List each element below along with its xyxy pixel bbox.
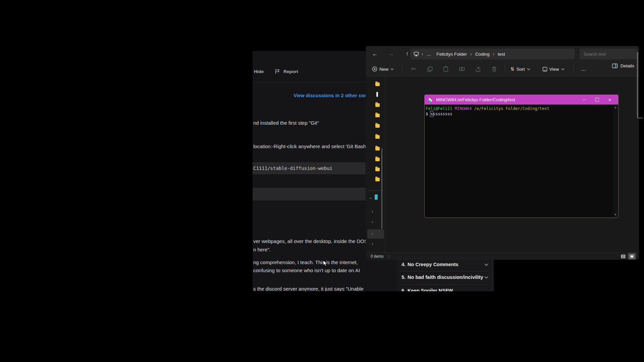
terminal-scrollbar[interactable]: ▲ ▼	[613, 105, 618, 217]
maximize-button[interactable]	[591, 95, 603, 105]
drive-icon[interactable]	[376, 92, 378, 97]
scroll-down-icon[interactable]: ▼	[614, 212, 617, 217]
tree-expand-icon[interactable]: ›	[372, 209, 373, 214]
post-action-row: Hide Report	[254, 69, 298, 74]
terminal-title: MINGW64:/e/Felicitys Folder/Coding/test	[436, 97, 515, 102]
paste-button[interactable]	[439, 63, 452, 75]
rule-number: 5.	[401, 275, 406, 280]
folder-icon[interactable]	[375, 82, 380, 86]
folder-icon[interactable]	[375, 147, 380, 150]
sidebar-divider	[369, 190, 381, 191]
details-pane-button[interactable]: Details	[612, 63, 634, 68]
prompt-path: /e/Felicitys Folder/Coding/test	[474, 106, 549, 111]
minimize-icon	[583, 100, 586, 100]
mouse-cursor	[323, 260, 329, 267]
toolbar-divider	[402, 65, 402, 73]
tree-item-highlighted[interactable]	[367, 229, 384, 239]
sidebar-separator	[385, 76, 385, 252]
edge-scrollbar-thumb[interactable]	[637, 52, 638, 118]
breadcrumb-test[interactable]: test	[495, 52, 508, 57]
new-button[interactable]: New	[369, 64, 397, 74]
rule-number: 4.	[401, 262, 406, 267]
tree-collapse-icon[interactable]: ⌄	[369, 195, 372, 200]
tree-expand-icon[interactable]: ›	[372, 241, 373, 246]
folder-icon[interactable]	[375, 168, 380, 171]
more-options-button[interactable]: …	[578, 64, 590, 74]
rule-item-4[interactable]: 4.No Creepy Comments	[401, 261, 489, 268]
view-label: View	[549, 67, 559, 72]
rule-number: 6.	[401, 288, 406, 291]
this-pc-tree-icon[interactable]	[375, 194, 378, 200]
rule-label: No bad faith discussion/incivility	[408, 275, 483, 280]
list-view-icon	[621, 254, 626, 258]
items-count: 0 items	[371, 254, 384, 259]
scroll-up-icon[interactable]: ▲	[614, 105, 617, 110]
folder-icon[interactable]	[375, 178, 380, 181]
explorer-toolbar: New ✂	[366, 62, 639, 76]
comment-text-teach-1: ng comprehension, I teach. This is the i…	[253, 259, 358, 265]
rule-label: Keep Spoiler NSFW	[408, 288, 453, 291]
folder-icon[interactable]	[375, 124, 380, 128]
sort-arrows-icon: ⇅	[511, 66, 515, 72]
share-button[interactable]	[471, 63, 485, 75]
thumbnail-view-toggle[interactable]	[628, 253, 636, 259]
search-input[interactable]	[580, 51, 631, 57]
address-bar[interactable]: › … Felicitys Folder › Coding › test	[410, 49, 575, 59]
rename-icon	[459, 66, 465, 72]
status-divider: |	[388, 254, 389, 259]
desktop: Hide Report View discussions in 2 other …	[0, 0, 644, 362]
chevron-down-icon	[390, 68, 394, 70]
share-icon	[475, 66, 481, 72]
tree-expand-icon[interactable]: ›	[372, 219, 373, 224]
thumbnail-view-icon	[630, 254, 634, 258]
details-label: Details	[621, 63, 634, 68]
chevron-down-icon	[484, 276, 489, 279]
view-button[interactable]: View	[539, 65, 568, 74]
new-label: New	[379, 67, 388, 72]
folder-icon[interactable]	[375, 114, 380, 117]
search-box[interactable]	[580, 49, 637, 59]
breadcrumb-chevron-icon: ›	[421, 51, 424, 57]
copy-button[interactable]	[423, 63, 436, 75]
report-button[interactable]: Report	[275, 69, 298, 74]
explorer-status-bar: 0 items |	[366, 252, 639, 260]
code-text: C1111/stable-diffusion-webui	[253, 166, 332, 171]
close-button[interactable]: ×	[603, 95, 616, 105]
breadcrumb-chevron-icon: ›	[492, 51, 495, 57]
rule-item-6[interactable]: 6.Keep Spoiler NSFW	[401, 287, 489, 291]
maximize-icon	[595, 98, 599, 102]
terminal-output[interactable]: Feli@Feli11 MINGW64 /e/Felicitys Folder/…	[426, 106, 613, 216]
minimize-button[interactable]	[578, 95, 591, 105]
folder-icon[interactable]	[375, 135, 380, 139]
breadcrumb-felicitys-folder[interactable]: Felicitys Folder	[434, 52, 470, 57]
details-view-toggle[interactable]	[620, 253, 627, 259]
tree-expand-icon[interactable]: ›	[372, 231, 373, 236]
terminal-title-bar[interactable]: MINGW64:/e/Felicitys Folder/Coding/test …	[425, 95, 618, 105]
divider	[399, 285, 489, 285]
delete-button[interactable]	[487, 63, 501, 75]
cut-button[interactable]: ✂	[407, 63, 420, 75]
forward-button[interactable]: →	[386, 49, 396, 59]
paste-icon	[443, 66, 448, 72]
hide-button[interactable]: Hide	[254, 69, 264, 74]
breadcrumb-coding[interactable]: Coding	[473, 52, 492, 57]
chevron-down-icon	[561, 68, 565, 70]
comment-text-dos-2: n here".	[253, 247, 271, 252]
terminal-cursor: s	[430, 111, 433, 117]
git-icon	[427, 97, 433, 103]
rule-item-5[interactable]: 5.No bad faith discussion/incivility	[401, 274, 489, 281]
edge-scrollbar-end	[638, 118, 643, 118]
comment-text-git: nd installed the first step "Git"	[253, 120, 319, 126]
sort-button[interactable]: ⇅ Sort	[507, 64, 534, 74]
chevron-down-icon	[527, 68, 530, 70]
rename-button[interactable]	[455, 63, 469, 75]
folder-icon[interactable]	[375, 158, 380, 161]
subreddit-rules-panel: 4.No Creepy Comments 5.No bad faith disc…	[397, 258, 492, 291]
view-icon	[542, 67, 547, 72]
comment-text-location: location:-Right-click anywhere and selec…	[253, 143, 366, 149]
folder-icon[interactable]	[375, 103, 380, 107]
prompt-symbol: $	[426, 112, 430, 116]
back-button[interactable]: ←	[370, 49, 380, 59]
sidebar-scrollbar[interactable]	[381, 148, 382, 229]
breadcrumb-ellipsis[interactable]: …	[424, 52, 434, 57]
